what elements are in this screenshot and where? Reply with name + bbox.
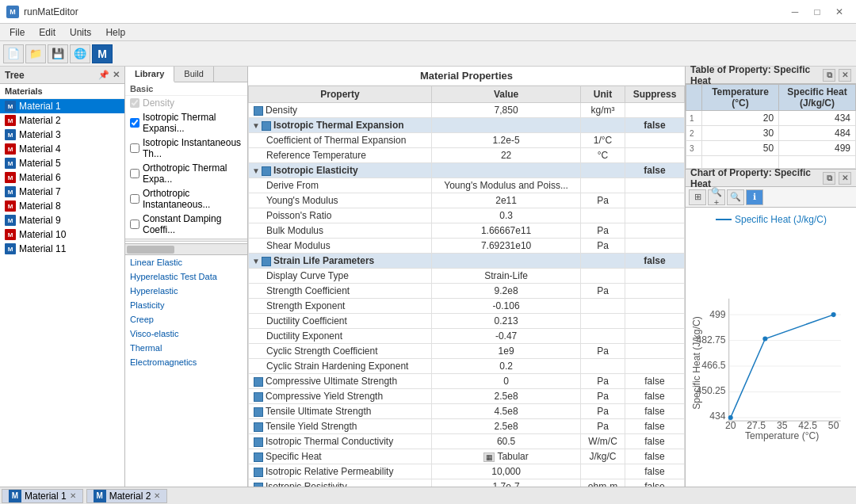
table-row[interactable]: Specific Heat — [249, 449, 432, 464]
bottom-tab-material2[interactable]: M Material 2 ✕ — [86, 489, 168, 503]
table-row[interactable]: Display Curve Type — [249, 269, 432, 284]
value-cell[interactable]: 10,000 — [432, 464, 581, 479]
new-button[interactable]: 📄 — [3, 44, 24, 63]
lib-item-orthotropic[interactable]: Orthotropic Thermal Expa... — [125, 161, 247, 186]
table-row[interactable]: ▼Isotropic Thermal Expansion — [249, 118, 432, 133]
value-cell[interactable]: 1.7e-7 — [432, 479, 581, 487]
table-row[interactable]: Ductility Exponent — [249, 329, 432, 344]
heat-value[interactable]: 434 — [779, 111, 856, 126]
temperature-value[interactable]: 50 — [702, 141, 779, 156]
table-row[interactable]: Young's Modulus — [249, 193, 432, 208]
lib-item-orthotropic-inst[interactable]: Orthotropic Instantaneous... — [125, 186, 247, 212]
bottom-tab2-close[interactable]: ✕ — [154, 491, 160, 500]
table-row[interactable]: ▼Isotropic Elasticity — [249, 163, 432, 178]
table-row[interactable]: Strength Coefficient — [249, 284, 432, 299]
table-row[interactable]: Isotropic Resistivity — [249, 479, 432, 487]
tree-item-material6[interactable]: M Material 6 — [0, 170, 124, 185]
bottom-tab1-close[interactable]: ✕ — [70, 491, 76, 500]
maximize-button[interactable]: □ — [807, 4, 827, 20]
menu-edit[interactable]: Edit — [32, 25, 62, 40]
value-cell[interactable]: 2.5e8 — [432, 419, 581, 434]
table-row[interactable]: Poisson's Ratio — [249, 208, 432, 223]
globe-button[interactable]: 🌐 — [70, 44, 90, 63]
value-cell[interactable]: 1.66667e11 — [432, 223, 581, 239]
lib-cat-thermal[interactable]: Thermal — [125, 341, 247, 355]
value-cell[interactable]: 4.5e8 — [432, 404, 581, 419]
isotropic-thermal-checkbox[interactable] — [130, 118, 139, 128]
lib-item-constant-damping[interactable]: Constant Damping Coeffi... — [125, 212, 247, 237]
value-cell[interactable]: 0.3 — [432, 208, 581, 223]
temperature-value[interactable]: 30 — [702, 126, 779, 141]
value-cell[interactable]: 9.2e8 — [432, 284, 581, 299]
value-cell[interactable]: -0.106 — [432, 299, 581, 314]
value-cell[interactable]: 7.69231e10 — [432, 239, 581, 254]
lib-item-isotropic-inst[interactable]: Isotropic Instantaneous Th... — [125, 136, 247, 161]
value-cell[interactable] — [432, 254, 581, 269]
tree-item-material1[interactable]: M Material 1 — [0, 99, 124, 113]
value-cell[interactable]: 0.213 — [432, 314, 581, 329]
orthotropic-checkbox[interactable] — [130, 169, 139, 178]
tree-item-material2[interactable]: M Material 2 — [0, 113, 124, 128]
table-row[interactable]: Bulk Modulus — [249, 223, 432, 239]
table-row[interactable]: ▼Strain Life Parameters — [249, 254, 432, 269]
lib-item-density[interactable]: Density — [125, 96, 247, 110]
density-checkbox[interactable] — [130, 98, 139, 108]
value-cell[interactable]: ▦Tabular — [432, 449, 581, 464]
expand-icon[interactable]: ▼ — [252, 166, 260, 175]
tree-item-material8[interactable]: M Material 8 — [0, 199, 124, 213]
value-cell[interactable]: 1.2e-5 — [432, 133, 581, 148]
isotropic-inst-checkbox[interactable] — [130, 143, 139, 153]
menu-help[interactable]: Help — [99, 25, 132, 40]
tree-item-material11[interactable]: M Material 11 — [0, 242, 124, 256]
table-row[interactable]: Derive From — [249, 178, 432, 193]
chart-zoom-in[interactable]: 🔍+ — [708, 189, 725, 205]
temperature-value[interactable]: 20 — [702, 111, 779, 126]
heat-table-row[interactable]: 230484 — [686, 126, 856, 141]
table-row[interactable]: Isotropic Relative Permeability — [249, 464, 432, 479]
minimize-button[interactable]: ─ — [785, 4, 805, 20]
lib-item-isotropic-thermal[interactable]: Isotropic Thermal Expansi... — [125, 110, 247, 136]
expand-icon[interactable]: ▼ — [252, 121, 260, 130]
table-close-icon[interactable]: ✕ — [839, 69, 851, 82]
value-cell[interactable] — [432, 118, 581, 133]
table-row[interactable]: Compressive Yield Strength — [249, 389, 432, 404]
table-row[interactable]: Cyclic Strength Coefficient — [249, 344, 432, 359]
tree-item-material7[interactable]: M Material 7 — [0, 185, 124, 199]
lib-cat-creep[interactable]: Creep — [125, 312, 247, 326]
table-row[interactable]: Tensile Ultimate Strength — [249, 404, 432, 419]
table-row[interactable]: Tensile Yield Strength — [249, 419, 432, 434]
value-cell[interactable]: 7,850 — [432, 103, 581, 118]
heat-table-row[interactable]: 350499 — [686, 141, 856, 156]
tree-close-icon[interactable]: ✕ — [113, 70, 120, 80]
lib-cat-linear[interactable]: Linear Elastic — [125, 255, 247, 269]
bottom-tab-material1[interactable]: M Material 1 ✕ — [2, 489, 83, 503]
open-button[interactable]: 📁 — [25, 44, 46, 63]
chart-zoom-fit[interactable]: ⊞ — [689, 189, 706, 205]
value-cell[interactable]: 1e9 — [432, 344, 581, 359]
value-cell[interactable]: 0 — [432, 374, 581, 389]
chart-float-icon[interactable]: ⧉ — [823, 172, 835, 185]
heat-table-row[interactable]: 120434 — [686, 111, 856, 126]
table-row[interactable]: Reference Temperature — [249, 148, 432, 163]
table-row[interactable]: Cyclic Strain Hardening Exponent — [249, 359, 432, 374]
table-row[interactable]: Shear Modulus — [249, 239, 432, 254]
value-cell[interactable]: 0.2 — [432, 359, 581, 374]
lib-cat-plasticity[interactable]: Plasticity — [125, 298, 247, 312]
value-cell[interactable]: 2.5e8 — [432, 389, 581, 404]
value-cell[interactable]: 2e11 — [432, 193, 581, 208]
tree-item-material9[interactable]: M Material 9 — [0, 213, 124, 227]
tab-build[interactable]: Build — [174, 67, 213, 82]
table-float-icon[interactable]: ⧉ — [823, 69, 835, 82]
value-cell[interactable]: 60.5 — [432, 434, 581, 449]
value-cell[interactable]: -0.47 — [432, 329, 581, 344]
tree-item-material10[interactable]: M Material 10 — [0, 227, 124, 242]
value-cell[interactable] — [432, 163, 581, 178]
scrollbar-thumb[interactable] — [127, 246, 174, 254]
menu-file[interactable]: File — [3, 25, 31, 40]
menu-units[interactable]: Units — [63, 25, 97, 40]
value-cell[interactable]: Strain-Life — [432, 269, 581, 284]
chart-close-icon[interactable]: ✕ — [839, 172, 851, 185]
lib-cat-hyperelastic-test[interactable]: Hyperelastic Test Data — [125, 269, 247, 284]
close-button[interactable]: ✕ — [829, 4, 850, 20]
expand-icon[interactable]: ▼ — [252, 257, 260, 265]
